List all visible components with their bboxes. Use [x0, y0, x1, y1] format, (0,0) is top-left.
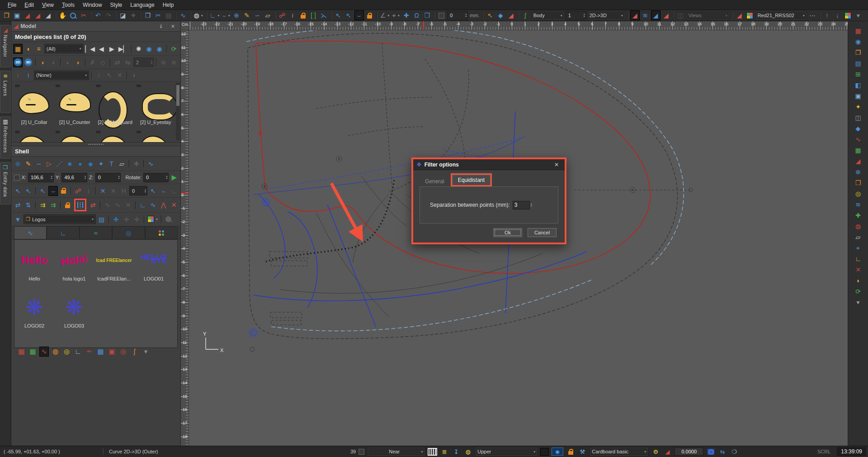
- piece-thumb[interactable]: ∞∿[2] U_Collar: [14, 82, 55, 129]
- side-tool-target[interactable]: ⌖: [854, 243, 863, 252]
- shell-circle[interactable]: ●: [75, 159, 85, 169]
- scrollbar-thumb[interactable]: [176, 85, 179, 106]
- pan-tool[interactable]: ✋: [58, 10, 67, 20]
- side-tool-eye[interactable]: ◉: [854, 37, 863, 46]
- wave-b[interactable]: ∿: [113, 200, 123, 210]
- nav-first[interactable]: ▏◀: [85, 44, 96, 54]
- piece-thumb[interactable]: ∞[2] U-Mudguard: [95, 82, 136, 129]
- logo-item[interactable]: Icad FREElancerIcadFREElan...: [94, 244, 134, 291]
- pivot-mode[interactable]: ⌖▾: [391, 10, 401, 20]
- side-tool-grid-add[interactable]: ⊞: [854, 69, 863, 79]
- detail-view[interactable]: ≡: [34, 44, 43, 54]
- copy[interactable]: ❐: [143, 10, 152, 20]
- side-tool-table[interactable]: ▤: [854, 58, 863, 68]
- export-grid[interactable]: ▦: [17, 347, 26, 357]
- node-handle[interactable]: ≀: [84, 186, 93, 196]
- curve-red[interactable]: ∿: [39, 347, 49, 357]
- nav-next[interactable]: ▶: [107, 44, 117, 54]
- target-yellow[interactable]: ◎: [62, 347, 71, 357]
- ok-button[interactable]: Ok: [493, 228, 522, 237]
- donut-orange[interactable]: ◍: [51, 347, 60, 357]
- lock-toggle[interactable]: [365, 10, 374, 20]
- z-input[interactable]: 0▴▾: [95, 173, 121, 182]
- side-tool-grid-green[interactable]: ▦: [854, 145, 863, 155]
- undo[interactable]: ↶: [93, 10, 103, 20]
- lamp-button[interactable]: ❍: [730, 447, 739, 456]
- nav-prev[interactable]: ◀: [97, 44, 106, 54]
- flip-vertical[interactable]: ⇅: [24, 200, 33, 210]
- shoe-scale-button[interactable]: ◢: [663, 447, 672, 456]
- select-lines[interactable]: ↖: [486, 10, 495, 20]
- spin-arrows-icon[interactable]: ▴▾: [51, 175, 52, 180]
- tab-corner[interactable]: ∟: [47, 226, 79, 239]
- piece-thumb[interactable]: ∞∿[2] U_Counter: [55, 82, 95, 129]
- curve-edit[interactable]: ∽: [253, 10, 262, 20]
- piece-add[interactable]: ◗: [38, 57, 47, 67]
- shoe-right-view[interactable]: ◢: [661, 10, 671, 20]
- settings-tools-button[interactable]: ⚒: [578, 447, 587, 456]
- ref-delete[interactable]: ✕: [115, 70, 124, 80]
- piece-extract[interactable]: ◗: [73, 57, 83, 67]
- material-select[interactable]: Cardboard basic▾: [590, 447, 648, 457]
- mode-select[interactable]: 2D->3D▾: [587, 11, 625, 20]
- paste[interactable]: ▤: [164, 10, 173, 20]
- mode-3d[interactable]: 3D: [24, 57, 33, 67]
- reload-pieces[interactable]: ⟳: [169, 44, 179, 54]
- shell-curve[interactable]: ∽: [34, 159, 43, 169]
- side-tool-ring-yellow[interactable]: ◎: [854, 189, 863, 198]
- piece-thumb[interactable]: ∞: [95, 129, 136, 142]
- pick-curve[interactable]: ⌣: [48, 186, 58, 196]
- logo-item[interactable]: Hola!hola logo1: [54, 244, 94, 291]
- break-link[interactable]: ☍: [278, 10, 287, 20]
- palette-icon[interactable]: [745, 10, 755, 20]
- tab-curves[interactable]: ∿: [14, 226, 47, 239]
- shell-measure[interactable]: ▱: [117, 159, 127, 169]
- separation-spinner[interactable]: ▴▾: [513, 201, 532, 209]
- piece-stack[interactable]: ≋: [169, 57, 179, 67]
- panel-overflow[interactable]: ▾: [141, 347, 151, 357]
- side-tool-donut-red[interactable]: ◍: [854, 221, 863, 231]
- piece-rotate[interactable]: ◗: [63, 57, 72, 67]
- piece-thumb[interactable]: ∞: [14, 129, 55, 142]
- pin-panel-button[interactable]: ⇓: [156, 23, 166, 30]
- shell-sphere[interactable]: ⊕: [13, 159, 23, 169]
- colorway-select[interactable]: Red21_RRSS02▾: [755, 11, 807, 20]
- logo-remove[interactable]: ✛: [132, 214, 142, 224]
- visibility-eye-button[interactable]: ◉: [552, 447, 563, 456]
- spin-arrows-icon[interactable]: ▴▾: [145, 189, 146, 193]
- shell-pencil[interactable]: ✎: [24, 159, 33, 169]
- tab-general[interactable]: General: [420, 176, 450, 186]
- corner-points[interactable]: ∟: [138, 200, 147, 210]
- smooth-curve[interactable]: ∿: [178, 10, 188, 20]
- side-tab-references[interactable]: ▥References: [0, 116, 11, 159]
- split-nodes[interactable]: ⋋: [319, 10, 329, 20]
- offset-value[interactable]: 0▴▾: [447, 11, 468, 20]
- side-tool-overflow[interactable]: ▾: [854, 297, 863, 307]
- filter-funnel[interactable]: ▼: [13, 214, 23, 224]
- body-select[interactable]: Body▾: [531, 11, 565, 20]
- menu-language[interactable]: Language: [126, 2, 158, 8]
- nav-last[interactable]: ▶▏: [118, 44, 129, 54]
- select-region[interactable]: ↖: [334, 10, 343, 20]
- coords-lock-icon[interactable]: [14, 175, 20, 181]
- shoe-layers[interactable]: ≋: [641, 10, 650, 20]
- logo-item[interactable]: HelloHello: [14, 244, 54, 291]
- redo[interactable]: ↷: [104, 10, 113, 20]
- panel-splitter[interactable]: [11, 143, 180, 146]
- sync-button[interactable]: ⇆: [718, 447, 727, 456]
- select-points[interactable]: ↖: [13, 186, 23, 196]
- grid-blue[interactable]: ▦: [96, 347, 105, 357]
- side-tool-box-orange[interactable]: ❒: [854, 178, 863, 187]
- move-up[interactable]: ↑: [822, 10, 832, 20]
- measure-tool[interactable]: ✂: [79, 10, 88, 20]
- logo-grid[interactable]: ▤: [97, 214, 106, 224]
- color-swatch[interactable]: [540, 448, 549, 456]
- select-layer-button[interactable]: ◍: [463, 447, 472, 456]
- node-tool[interactable]: ≀: [288, 10, 297, 20]
- dialog-close-button[interactable]: ✕: [552, 161, 561, 168]
- draw-pencil[interactable]: ✎: [242, 10, 252, 20]
- cross-red[interactable]: ✕: [169, 200, 179, 210]
- ref-add[interactable]: ≀: [13, 70, 23, 80]
- ref-piece[interactable]: ◗: [129, 70, 139, 80]
- tab-seams[interactable]: ≈: [80, 226, 112, 239]
